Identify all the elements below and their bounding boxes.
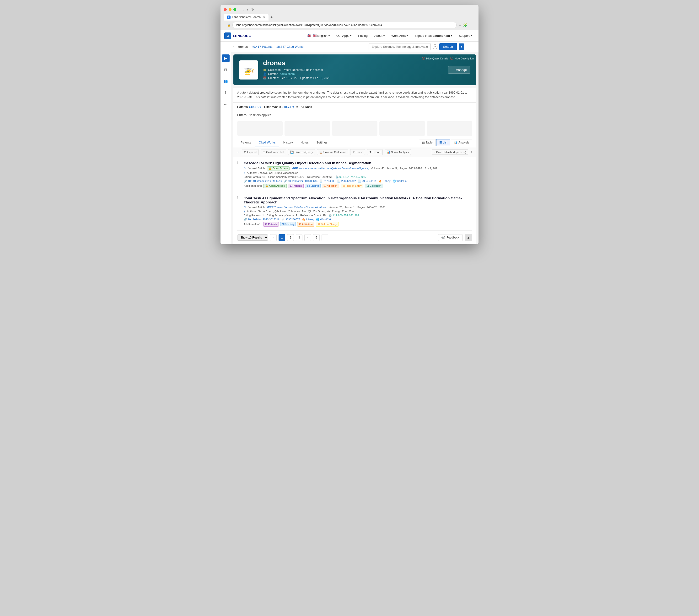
show-results-select[interactable]: Show 10 Results Show 25 Results Show 50 … [237,235,268,241]
sidebar-icon-info[interactable]: ℹ [222,89,229,96]
extension-icon[interactable]: 🧩 [463,23,467,27]
result-2-badge-funding[interactable]: $ Funding [280,222,296,226]
result-2-id1[interactable]: 📄 3090286675 [281,218,300,221]
hide-description-button[interactable]: 🚫 Hide Description [450,57,474,60]
nav-about[interactable]: About ▾ [371,32,387,39]
sidebar-icon-group[interactable]: 👥 [222,77,229,85]
work-area-chevron: ▾ [407,35,408,37]
result-2-journal[interactable]: IEEE Transactions on Wireless Communicat… [267,206,327,209]
result-1-id3[interactable]: 📄 2964241181 [358,179,377,183]
scroll-top-button[interactable]: ▲ [465,234,472,241]
browser-tab-active[interactable]: L Lens Scholarly Search ✕ [224,14,268,21]
result-2-title[interactable]: Joint Task Assignment and Spectrum Alloc… [244,196,472,204]
result-2-doi1[interactable]: 🔗 10.1109/twc.2020.3025316 [244,218,279,221]
save-as-query-button[interactable]: 💾 Save as Query [288,149,315,155]
sub-header: ⌂ drones 49,417 Patents 18,747 Cited Wor… [221,42,478,52]
patents-count-link[interactable]: (49,417) [249,105,261,109]
result-1-checkbox[interactable] [237,161,240,164]
tabs-section: Patents (49,417) Cited Works (18,747) = … [233,103,476,244]
breadcrumb-drones[interactable]: drones [238,45,248,49]
toolbar-info-icon[interactable]: ℹ [471,150,472,154]
url-box[interactable]: lens.org/lens/search/scholar/list?joinCo… [233,22,457,28]
nav-our-apps[interactable]: Our Apps ▾ [333,32,354,39]
page-2-button[interactable]: 2 [287,234,294,241]
close-dot[interactable] [224,8,227,11]
reload-button[interactable]: ↻ [250,7,255,12]
new-tab-button[interactable]: + [268,14,275,21]
cited-works-count-link[interactable]: (18,747) [282,105,294,109]
result-2-badge-field-of-study[interactable]: ⊠ Field of Study [316,222,339,227]
about-label: About [374,34,382,38]
menu-icon[interactable]: ⋮ [469,23,472,27]
nav-support[interactable]: Support ▾ [456,32,475,39]
nav-pricing[interactable]: Pricing [355,32,370,39]
nav-language[interactable]: 🇬🇧 🇬🇧 English ▾ [305,32,332,39]
analysis-label: Analysis [459,141,469,144]
result-1-badge-collection[interactable]: ⊡ Collection [365,184,383,188]
search-button[interactable]: Search [439,43,457,50]
back-button[interactable]: ‹ [241,7,245,12]
tab-close-button[interactable]: ✕ [263,16,265,19]
curator-value[interactable]: pauloldham [280,72,294,76]
result-1-badge-patents[interactable]: ⊞ Patents [288,184,304,188]
page-4-button[interactable]: 4 [304,234,311,241]
result-1-badge-affiliation[interactable]: ⊟ Affiliation [322,184,339,188]
next-page-button[interactable]: › [321,234,328,241]
result-1-libkey[interactable]: 🔥 LibKey [379,179,391,183]
forward-button[interactable]: › [246,7,249,12]
share-button[interactable]: ↗ Share [350,149,365,155]
help-button[interactable]: ? [433,44,437,49]
tab-history[interactable]: History [280,138,296,147]
prev-page-button[interactable]: ‹ [270,234,277,241]
result-1-id2[interactable]: 📄 2989676862 [337,179,356,183]
result-1-doi2[interactable]: 🔗 10.1109/cvpr.2018.00644 [284,179,317,183]
result-2-badge-patents[interactable]: ⊞ Patents [263,222,279,227]
star-icon[interactable]: ☆ [459,23,462,27]
view-tab-analysis[interactable]: 📊 Analysis [451,139,472,146]
address-bar: 🔒 lens.org/lens/search/scholar/list?join… [224,21,475,30]
view-tab-table[interactable]: ▦ Table [419,139,436,146]
result-1-id1[interactable]: 📄 31794388 [319,179,335,183]
flag-icon: 🇬🇧 [307,34,311,38]
export-button[interactable]: ⬆ Export [367,149,382,155]
signed-in-chevron: ▾ [451,35,452,37]
search-input[interactable] [369,43,431,50]
show-analysis-button[interactable]: 📊 Show Analysis [385,149,411,155]
result-1-journal[interactable]: IEEE transactions on pattern analysis an… [291,167,369,170]
sidebar-icon-navigate[interactable]: ▶ [222,54,229,62]
tab-patents[interactable]: Patents [237,138,254,147]
save-as-collection-button[interactable]: 📋 Save as Collection [317,149,348,155]
tab-cited-works[interactable]: Cited Works [255,138,279,147]
sidebar-icon-more[interactable]: ⋯ [222,100,229,108]
page-5-button[interactable]: 5 [313,234,320,241]
result-1-worldcat[interactable]: 🌐 WorldCat [393,179,408,183]
search-dropdown-button[interactable]: ▾ [459,43,464,50]
home-icon[interactable]: ⌂ [233,45,234,49]
view-tab-list[interactable]: ☰ List [436,139,450,146]
tab-notes[interactable]: Notes [297,138,312,147]
feedback-button[interactable]: 💬 Feedback [438,234,463,241]
manage-button[interactable]: ⋯ Manage [448,66,470,73]
sidebar-icon-filter[interactable]: ⊟ [222,66,229,73]
sort-button[interactable]: ⬦ Date Published (newest) [432,149,469,155]
result-1-badge-open-access[interactable]: 🔓 Open Access [263,184,287,188]
result-2-worldcat[interactable]: 🌐 WorldCat [316,218,331,221]
tab-settings[interactable]: Settings [313,138,331,147]
minimize-dot[interactable] [229,8,232,11]
result-1-title[interactable]: Cascade R-CNN: High Quality Object Detec… [244,161,472,165]
maximize-dot[interactable] [233,8,236,11]
nav-work-area[interactable]: Work Area ▾ [388,32,411,39]
result-2-badge-affiliation[interactable]: ⊟ Affiliation [297,222,314,227]
result-1-badge-field-of-study[interactable]: ⊠ Field of Study [341,184,364,188]
result-1-doi1[interactable]: 🔗 10.1109/tpami.2019.2956516 [244,179,282,183]
page-1-button[interactable]: 1 [279,234,285,241]
customise-list-button[interactable]: ⊞ Customise List [261,149,286,155]
result-1-badge-funding[interactable]: $ Funding [305,184,320,188]
nav-signed-in[interactable]: Signed in as pauloldham ▾ [412,32,455,39]
hide-query-details-button[interactable]: 🚫 Hide Query Details [422,57,448,60]
result-2-libkey[interactable]: 🔥 LibKey [302,218,314,221]
page-3-button[interactable]: 3 [296,234,302,241]
result-2-checkbox[interactable] [237,196,240,199]
expand-button[interactable]: ⊕ Expand [242,149,259,155]
result-2-date: 2021 [379,206,385,209]
